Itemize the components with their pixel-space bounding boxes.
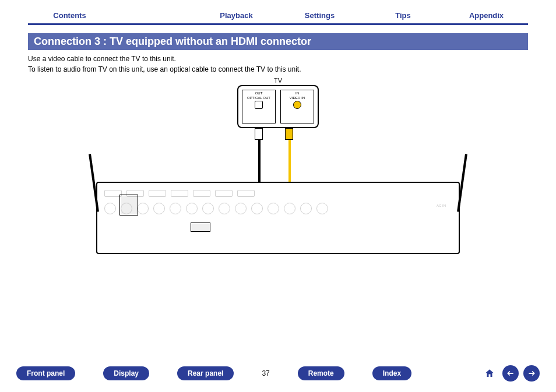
video-jack-icon	[293, 101, 301, 109]
rear-panel-button[interactable]: Rear panel	[177, 366, 234, 380]
tab-connections[interactable]: Connections	[111, 7, 195, 23]
home-icon[interactable]	[481, 365, 498, 382]
optical-jack-icon	[255, 101, 263, 109]
pill-label: Rear panel	[188, 369, 223, 377]
receiver-rear-panel: AC IN	[96, 182, 460, 254]
section-heading: Connection 3 : TV equipped without an HD…	[28, 33, 528, 50]
tv-port-in-label: VIDEO IN	[290, 96, 305, 100]
front-panel-button[interactable]: Front panel	[16, 366, 75, 380]
tab-label: Contents	[53, 11, 86, 20]
top-nav-tabs: Contents Connections Playback Settings T…	[28, 7, 528, 25]
tab-label: Settings	[305, 11, 335, 20]
video-plug-top-icon	[285, 128, 293, 140]
antenna-right-icon	[457, 154, 467, 212]
tab-playback[interactable]: Playback	[195, 7, 278, 23]
bottom-nav: Front panel Display Rear panel 37 Remote…	[16, 365, 540, 382]
tab-contents[interactable]: Contents	[28, 7, 111, 23]
page-number: 37	[262, 369, 269, 377]
pill-label: Index	[383, 369, 401, 377]
tab-label: Appendix	[469, 11, 504, 20]
tv-port-video-in: IN VIDEO IN	[280, 90, 314, 123]
tv-port-out-header: OUT	[255, 91, 263, 95]
desc-line-2: To listen to audio from TV on this unit,…	[28, 64, 528, 75]
tab-tips[interactable]: Tips	[361, 7, 445, 23]
connection-diagram: TV OUT OPTICAL OUT IN VIDEO IN	[83, 79, 473, 254]
tv-port-optical-out: OUT OPTICAL OUT	[242, 90, 276, 123]
remote-button[interactable]: Remote	[298, 366, 344, 380]
page-nav-icons	[481, 365, 540, 382]
tv-port-out-label: OPTICAL OUT	[247, 96, 270, 100]
display-button[interactable]: Display	[103, 366, 149, 380]
tab-label: Playback	[220, 11, 252, 20]
next-page-icon[interactable]	[523, 365, 540, 382]
receiver-faded-ports	[103, 189, 453, 247]
pill-label: Display	[114, 369, 139, 377]
antenna-left-icon	[89, 154, 99, 212]
tab-label: Tips	[395, 11, 411, 20]
tv-box: OUT OPTICAL OUT IN VIDEO IN	[237, 85, 319, 128]
tv-port-in-header: IN	[295, 91, 299, 95]
pill-label: Front panel	[27, 369, 65, 377]
tab-label: Connections	[130, 11, 176, 20]
prev-page-icon[interactable]	[502, 365, 519, 382]
optical-plug-top-icon	[255, 128, 263, 140]
pill-label: Remote	[308, 369, 334, 377]
tv-label: TV	[274, 77, 282, 84]
tab-settings[interactable]: Settings	[278, 7, 361, 23]
index-button[interactable]: Index	[372, 366, 411, 380]
description: Use a video cable to connect the TV to t…	[28, 54, 528, 75]
tab-appendix[interactable]: Appendix	[445, 7, 528, 23]
desc-line-1: Use a video cable to connect the TV to t…	[28, 54, 528, 64]
